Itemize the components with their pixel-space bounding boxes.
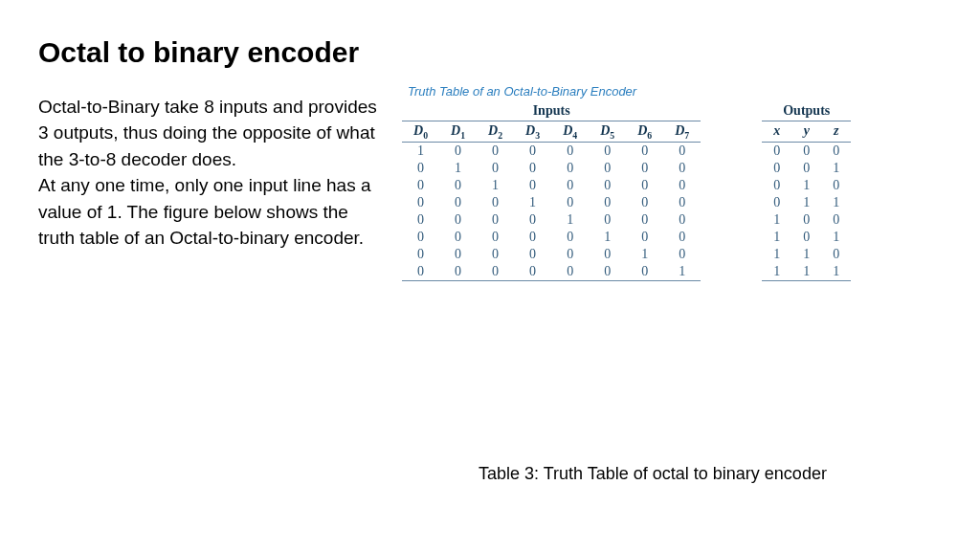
table-row: 00010000011: [402, 194, 851, 211]
input-header: D0: [402, 121, 439, 143]
input-header: D5: [589, 121, 626, 143]
truth-table: Inputs Outputs D0D1D2D3D4D5D6D7xyz 10000…: [402, 102, 851, 282]
row-spacer: [701, 246, 762, 263]
output-cell: 1: [762, 229, 791, 246]
input-cell: 0: [514, 177, 551, 194]
input-cell: 0: [551, 177, 589, 194]
output-cell: 0: [791, 229, 821, 246]
input-cell: 0: [402, 229, 439, 246]
input-cell: 0: [402, 160, 439, 177]
input-cell: 0: [477, 263, 514, 281]
table-row: 00001000100: [402, 211, 851, 229]
input-header: D1: [439, 121, 477, 143]
input-cell: 0: [663, 143, 701, 161]
row-spacer: [701, 211, 762, 229]
output-cell: 0: [791, 143, 821, 161]
input-cell: 0: [551, 246, 589, 263]
row-spacer: [701, 177, 762, 194]
header-spacer: [701, 121, 762, 143]
output-cell: 0: [762, 194, 791, 211]
input-cell: 0: [589, 177, 626, 194]
input-cell: 0: [402, 194, 439, 211]
output-cell: 1: [821, 194, 851, 211]
input-header: D3: [514, 121, 551, 143]
output-header: x: [762, 121, 791, 143]
output-cell: 1: [821, 229, 851, 246]
output-cell: 0: [762, 160, 791, 177]
input-cell: 0: [477, 143, 514, 161]
output-cell: 1: [821, 263, 851, 281]
table-row: 00000001111: [402, 263, 851, 281]
input-cell: 0: [514, 263, 551, 281]
output-header: y: [791, 121, 821, 143]
header-spacer: [701, 102, 762, 121]
input-header: D6: [626, 121, 663, 143]
input-header: D4: [551, 121, 589, 143]
input-cell: 0: [439, 229, 477, 246]
input-cell: 0: [663, 177, 701, 194]
output-cell: 1: [791, 263, 821, 281]
output-header: z: [821, 121, 851, 143]
input-cell: 1: [477, 177, 514, 194]
content-row: Octal-to-Binary take 8 inputs and provid…: [38, 94, 942, 282]
input-header: D2: [477, 121, 514, 143]
input-cell: 0: [477, 194, 514, 211]
inputs-group-header: Inputs: [402, 102, 701, 121]
paragraph-1: Octal-to-Binary take 8 inputs and provid…: [38, 94, 383, 173]
input-cell: 0: [477, 229, 514, 246]
input-cell: 0: [589, 211, 626, 229]
slide: Octal to binary encoder Octal-to-Binary …: [0, 0, 980, 551]
input-cell: 0: [551, 263, 589, 281]
row-spacer: [701, 194, 762, 211]
input-cell: 0: [439, 263, 477, 281]
input-cell: 0: [626, 143, 663, 161]
paragraph-2: At any one time, only one input line has…: [38, 172, 383, 252]
output-cell: 1: [791, 194, 821, 211]
truth-table-head: Inputs Outputs D0D1D2D3D4D5D6D7xyz: [402, 102, 851, 143]
input-cell: 0: [551, 229, 589, 246]
input-cell: 1: [439, 160, 477, 177]
input-cell: 0: [663, 160, 701, 177]
figure-caption: Table 3: Truth Table of octal to binary …: [479, 464, 827, 484]
input-cell: 0: [626, 160, 663, 177]
input-cell: 0: [589, 246, 626, 263]
output-cell: 0: [821, 211, 851, 229]
row-spacer: [701, 160, 762, 177]
input-cell: 1: [402, 143, 439, 161]
input-cell: 1: [514, 194, 551, 211]
input-cell: 0: [626, 263, 663, 281]
input-cell: 0: [439, 143, 477, 161]
input-cell: 0: [589, 263, 626, 281]
output-cell: 0: [821, 177, 851, 194]
output-cell: 1: [821, 160, 851, 177]
table-row: 01000000001: [402, 160, 851, 177]
input-cell: 0: [514, 246, 551, 263]
table-row: 00000100101: [402, 229, 851, 246]
output-cell: 1: [762, 211, 791, 229]
input-cell: 1: [589, 229, 626, 246]
input-cell: 0: [439, 177, 477, 194]
outputs-group-header: Outputs: [762, 102, 851, 121]
row-spacer: [701, 143, 762, 161]
output-cell: 0: [791, 160, 821, 177]
input-cell: 0: [439, 194, 477, 211]
body-text: Octal-to-Binary take 8 inputs and provid…: [38, 94, 383, 252]
truth-table-body: 1000000000001000000001001000000100001000…: [402, 143, 851, 281]
output-cell: 0: [821, 246, 851, 263]
input-cell: 0: [663, 211, 701, 229]
input-cell: 0: [402, 177, 439, 194]
input-cell: 0: [551, 160, 589, 177]
row-spacer: [701, 229, 762, 246]
input-cell: 0: [477, 211, 514, 229]
input-cell: 0: [626, 194, 663, 211]
input-cell: 0: [663, 246, 701, 263]
output-cell: 1: [762, 263, 791, 281]
table-row: 00000010110: [402, 246, 851, 263]
input-cell: 0: [402, 211, 439, 229]
output-cell: 0: [762, 177, 791, 194]
output-cell: 0: [762, 143, 791, 161]
input-cell: 0: [439, 211, 477, 229]
input-cell: 1: [663, 263, 701, 281]
input-cell: 0: [626, 229, 663, 246]
input-cell: 0: [514, 211, 551, 229]
